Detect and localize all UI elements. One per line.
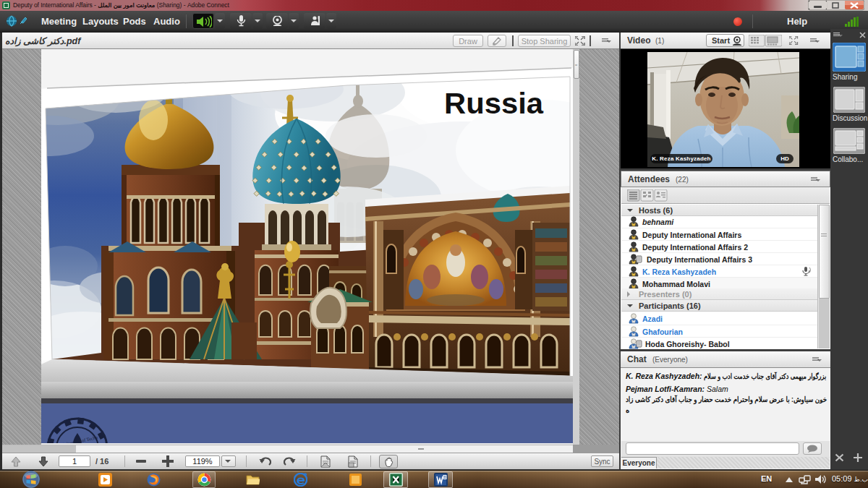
svg-text:Russia: Russia <box>444 87 544 120</box>
